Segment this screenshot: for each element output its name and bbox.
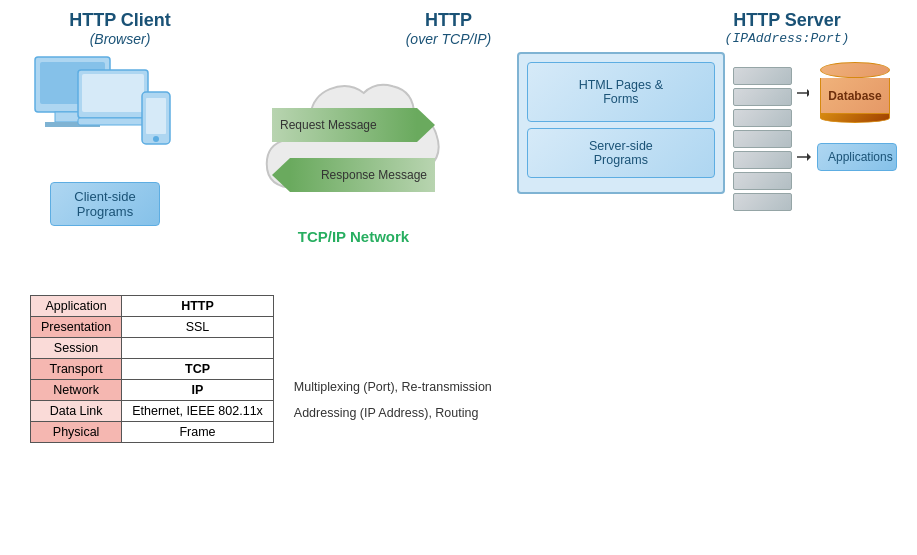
svg-rect-8	[146, 98, 166, 134]
server-box: HTML Pages &Forms Server-sidePrograms	[517, 52, 725, 194]
rack-unit-2	[733, 88, 792, 106]
rack-unit-4	[733, 130, 792, 148]
server-rack-icon	[733, 67, 792, 211]
tcp-title: HTTP	[339, 10, 559, 31]
rack-unit-1	[733, 67, 792, 85]
client-devices-icon	[30, 52, 180, 172]
osi-row-6: PhysicalFrame	[31, 422, 274, 443]
main-diagram: Client-sidePrograms Request Message	[10, 52, 907, 282]
db-bottom	[820, 113, 890, 123]
rack-unit-5	[733, 151, 792, 169]
osi-row-3: TransportTCP	[31, 359, 274, 380]
osi-row-1: PresentationSSL	[31, 317, 274, 338]
bottom-section: ApplicationHTTPPresentationSSLSessionTra…	[10, 287, 907, 487]
annotation-row-6	[294, 453, 492, 479]
db-top	[820, 62, 890, 78]
annotation-row-3: Multiplexing (Port), Re-transmission	[294, 375, 492, 401]
arrow-to-database-icon	[797, 83, 809, 103]
annotation-row-4: Addressing (IP Address), Routing	[294, 401, 492, 427]
response-arrow-tip	[272, 158, 290, 192]
annotation-row-5	[294, 427, 492, 453]
request-arrow: Request Message	[272, 108, 435, 142]
protocol-cell: SSL	[122, 317, 274, 338]
rack-unit-6	[733, 172, 792, 190]
osi-row-2: Session	[31, 338, 274, 359]
tcp-sub: (over TCP/IP)	[339, 31, 559, 47]
diagram-container: HTTP Client (Browser) HTTP (over TCP/IP)…	[0, 0, 917, 555]
osi-row-4: NetworkIP	[31, 380, 274, 401]
svg-rect-5	[82, 74, 144, 112]
response-message-label: Response Message	[290, 158, 435, 192]
server-sub: (IPAddress:Port)	[687, 31, 887, 46]
osi-row-0: ApplicationHTTP	[31, 296, 274, 317]
layer-name-cell: Application	[31, 296, 122, 317]
layer-name-cell: Network	[31, 380, 122, 401]
tcp-section: Request Message Response Message TCP/IP …	[244, 62, 464, 245]
response-arrow: Response Message	[272, 158, 435, 192]
db-body: Database	[820, 78, 890, 113]
layer-name-cell: Physical	[31, 422, 122, 443]
request-label-text: Request Message	[280, 118, 377, 132]
response-label-text: Response Message	[321, 168, 427, 182]
header-server: HTTP Server (IPAddress:Port)	[687, 10, 887, 47]
server-programs-box: Server-sidePrograms	[527, 128, 715, 178]
protocol-cell	[122, 338, 274, 359]
header-client: HTTP Client (Browser)	[30, 10, 210, 47]
annotation-row-0	[294, 297, 492, 323]
svg-marker-11	[807, 89, 809, 97]
header-tcp: HTTP (over TCP/IP)	[339, 10, 559, 47]
html-pages-box: HTML Pages &Forms	[527, 62, 715, 122]
applications-row: Applications	[797, 143, 897, 171]
protocol-cell: Ethernet, IEEE 802.11x	[122, 401, 274, 422]
server-title: HTTP Server	[687, 10, 887, 31]
arrows-container: Request Message Response Message	[252, 83, 455, 202]
client-programs-box: Client-sidePrograms	[50, 182, 160, 226]
database-shape: Database	[815, 62, 895, 123]
layer-name-cell: Transport	[31, 359, 122, 380]
tcp-network-label: TCP/IP Network	[298, 228, 409, 245]
protocol-cell: IP	[122, 380, 274, 401]
request-arrow-tip	[417, 108, 435, 142]
protocol-cell: Frame	[122, 422, 274, 443]
svg-rect-6	[78, 118, 148, 125]
header-section: HTTP Client (Browser) HTTP (over TCP/IP)…	[10, 10, 907, 47]
rack-unit-3	[733, 109, 792, 127]
protocol-cell: TCP	[122, 359, 274, 380]
protocol-cell: HTTP	[122, 296, 274, 317]
cloud-shape: Request Message Response Message	[254, 62, 454, 222]
arrow-to-applications-icon	[797, 147, 811, 167]
client-title: HTTP Client	[30, 10, 210, 31]
svg-point-9	[153, 136, 159, 142]
database-label: Database	[828, 89, 881, 103]
osi-table: ApplicationHTTPPresentationSSLSessionTra…	[30, 295, 274, 443]
server-section: HTML Pages &Forms Server-sidePrograms	[517, 52, 897, 211]
applications-label: Applications	[828, 150, 893, 164]
layer-name-cell: Data Link	[31, 401, 122, 422]
rack-unit-7	[733, 193, 792, 211]
annotation-row-1	[294, 323, 492, 349]
html-pages-label: HTML Pages &Forms	[579, 78, 663, 106]
layer-name-cell: Session	[31, 338, 122, 359]
applications-box: Applications	[817, 143, 897, 171]
database-row: Database	[797, 62, 897, 123]
layer-name-cell: Presentation	[31, 317, 122, 338]
client-section: Client-sidePrograms	[20, 52, 190, 226]
request-message-label: Request Message	[272, 108, 417, 142]
server-programs-label: Server-sidePrograms	[589, 139, 653, 167]
right-components: Database Applications	[797, 62, 897, 171]
annotation-row-2	[294, 349, 492, 375]
osi-row-5: Data LinkEthernet, IEEE 802.11x	[31, 401, 274, 422]
annotations-container: Multiplexing (Port), Re-transmissionAddr…	[294, 295, 492, 479]
client-sub: (Browser)	[30, 31, 210, 47]
svg-marker-13	[807, 153, 811, 161]
client-programs-label: Client-sidePrograms	[74, 189, 135, 219]
